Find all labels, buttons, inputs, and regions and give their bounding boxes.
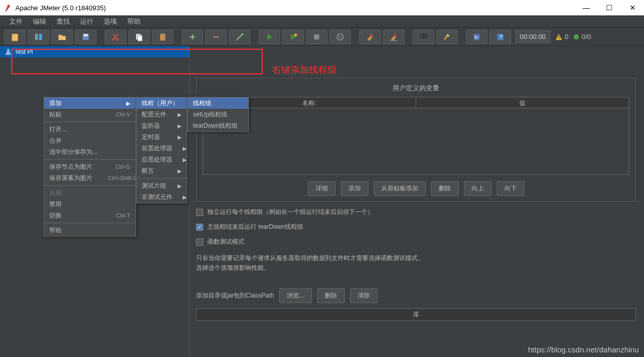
- check-teardown[interactable]: 主线程结束后运行 tearDown线程组: [196, 223, 636, 231]
- elapsed-timer: 00:00:00: [515, 30, 551, 43]
- close-button[interactable]: ✕: [621, 0, 644, 15]
- svg-rect-15: [394, 34, 397, 36]
- menu-item[interactable]: 测试片段▶: [136, 180, 187, 191]
- context-menu-main: 添加▶粘贴Ctrl-V打开...合并选中部分保存为...保存节点为图片Ctrl-…: [44, 97, 136, 236]
- menu-item[interactable]: 配置元件▶: [136, 109, 187, 120]
- btn-delete[interactable]: 删除: [431, 181, 459, 196]
- jmeter-logo-icon: [4, 3, 11, 12]
- menu-file[interactable]: 文件: [4, 15, 28, 28]
- tb-toggle[interactable]: [229, 30, 250, 44]
- svg-point-23: [574, 34, 579, 39]
- tb-search[interactable]: [413, 30, 434, 44]
- tb-copy[interactable]: [128, 30, 150, 44]
- menu-edit[interactable]: 编辑: [28, 15, 51, 28]
- menu-help[interactable]: 帮助: [122, 15, 146, 28]
- tb-clear-all[interactable]: [383, 30, 404, 44]
- menubar: 文件 编辑 查找 运行 选项 帮助: [0, 15, 644, 28]
- tb-new[interactable]: [4, 30, 26, 44]
- menu-find[interactable]: 查找: [51, 15, 75, 28]
- tb-cut[interactable]: [105, 30, 126, 44]
- window-titlebar: Apache JMeter (5.0 r1840935) — ☐ ✕: [0, 0, 644, 15]
- error-counter: 0/0: [573, 33, 591, 41]
- menu-item[interactable]: 启用: [44, 187, 135, 199]
- menu-item[interactable]: 帮助: [44, 225, 135, 236]
- tb-stop[interactable]: [306, 30, 327, 44]
- svg-rect-14: [370, 34, 373, 36]
- tb-start-notimer[interactable]: [282, 30, 304, 44]
- main-area: Test Pl 添加▶粘贴Ctrl-V打开...合并选中部分保存为...保存节点…: [0, 46, 644, 357]
- menu-item[interactable]: 选中部分保存为...: [44, 146, 135, 157]
- watermark: https://blog.csdn.net/dahanzhinu: [528, 345, 639, 354]
- window-controls: — ☐ ✕: [575, 0, 644, 15]
- tb-function[interactable]: fn: [466, 30, 487, 44]
- btn-up[interactable]: 向上: [464, 181, 492, 196]
- tb-expand[interactable]: [182, 30, 203, 44]
- btn-detail[interactable]: 详细: [308, 181, 336, 196]
- warning-counter: !0: [555, 33, 569, 41]
- menu-item[interactable]: 定时器▶: [136, 131, 187, 143]
- tree-item-testplan[interactable]: Test Pl: [0, 46, 189, 57]
- btn-clear-jar[interactable]: 清除: [350, 288, 378, 303]
- menu-options[interactable]: 选项: [99, 15, 122, 28]
- menu-item[interactable]: 非测试元件▶: [136, 191, 187, 203]
- right-panel: : 用户定义的变量 名称: 值 详细 添加 从剪贴板添加 删除 向上 向下: [190, 46, 644, 357]
- tb-open[interactable]: [51, 30, 73, 44]
- menu-item[interactable]: 添加▶: [44, 97, 135, 109]
- flask-icon: [4, 48, 12, 56]
- tb-help[interactable]: ?: [490, 30, 511, 44]
- menu-item[interactable]: 保存节点为图片Ctrl-G: [44, 161, 135, 172]
- classpath-section: 添加目录或jar包到ClassPath 浏览... 删除 清除 库: [196, 288, 636, 321]
- tb-start[interactable]: [259, 30, 280, 44]
- section-title: 用户定义的变量: [203, 84, 629, 93]
- menu-item[interactable]: 断言▶: [136, 165, 187, 176]
- tb-collapse[interactable]: [205, 30, 227, 44]
- tb-templates[interactable]: [28, 30, 49, 44]
- context-menu-add: 线程（用户）▶配置元件▶监听器▶定时器▶前置处理器▶后置处理器▶断言▶测试片段▶…: [136, 97, 187, 203]
- btn-add[interactable]: 添加: [341, 181, 368, 196]
- user-vars-section: 用户定义的变量 名称: 值 详细 添加 从剪贴板添加 删除 向上 向下: [196, 78, 636, 202]
- menu-run[interactable]: 运行: [75, 15, 99, 28]
- svg-rect-8: [138, 35, 142, 41]
- tb-save[interactable]: [75, 30, 96, 44]
- tb-reset-search[interactable]: [436, 30, 458, 44]
- svg-text:!: !: [558, 35, 560, 40]
- menu-item[interactable]: 前置处理器▶: [136, 143, 187, 154]
- check-run-serial[interactable]: 独立运行每个线程组（例如在一个组运行结束后启动下一个）: [196, 208, 636, 216]
- check-functional[interactable]: 函数测试模式: [196, 237, 636, 246]
- table-button-row: 详细 添加 从剪贴板添加 删除 向上 向下: [203, 181, 629, 196]
- tb-paste[interactable]: [152, 30, 173, 44]
- checkbox-icon[interactable]: [196, 224, 203, 231]
- menu-item[interactable]: 粘贴Ctrl-V: [44, 109, 135, 120]
- svg-rect-2: [39, 34, 42, 40]
- menu-item[interactable]: 线程（用户）▶: [136, 97, 187, 109]
- menu-item[interactable]: 线程组: [188, 97, 248, 109]
- btn-delete-jar[interactable]: 删除: [317, 288, 345, 303]
- menu-item[interactable]: 监听器▶: [136, 120, 187, 131]
- menu-item[interactable]: 打开...: [44, 124, 135, 135]
- maximize-button[interactable]: ☐: [598, 0, 621, 15]
- menu-item[interactable]: 后置处理器▶: [136, 154, 187, 165]
- table-body[interactable]: [203, 108, 629, 175]
- tb-shutdown[interactable]: [329, 30, 351, 44]
- menu-item[interactable]: 保存屏幕为图片Ctrl+Shift-G: [44, 172, 135, 184]
- classpath-label: 添加目录或jar包到ClassPath: [196, 291, 274, 300]
- menu-item[interactable]: setUp线程组: [188, 109, 248, 120]
- menu-item[interactable]: tearDown线程组: [188, 120, 248, 131]
- btn-down[interactable]: 向下: [497, 181, 524, 196]
- functional-hint: 只有当你需要记录每个请求从服务器取得的数据到文件时才需要选择函数测试模式。 选择…: [196, 253, 636, 273]
- menu-item[interactable]: 切换Ctrl-T: [44, 210, 135, 221]
- warning-icon: !: [555, 33, 563, 41]
- menu-item[interactable]: 合并: [44, 135, 135, 146]
- toolbar: fn ? 00:00:00 !0 0/0: [0, 28, 644, 46]
- svg-text:fn: fn: [475, 35, 479, 40]
- checkbox-icon[interactable]: [196, 209, 203, 216]
- svg-text:?: ?: [499, 34, 502, 40]
- svg-rect-10: [161, 33, 164, 35]
- btn-browse[interactable]: 浏览...: [279, 288, 312, 303]
- tb-clear[interactable]: [359, 30, 381, 44]
- btn-from-clipboard[interactable]: 从剪贴板添加: [374, 181, 426, 196]
- minimize-button[interactable]: —: [575, 0, 598, 15]
- menu-item[interactable]: 禁用: [44, 199, 135, 210]
- window-title: Apache JMeter (5.0 r1840935): [15, 4, 106, 12]
- checkbox-icon[interactable]: [196, 239, 203, 246]
